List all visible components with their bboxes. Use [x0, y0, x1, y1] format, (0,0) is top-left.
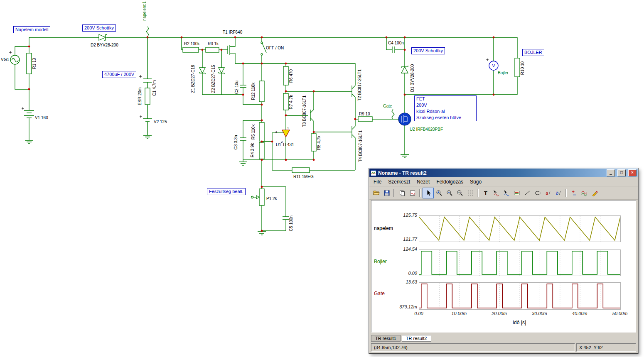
esr-resistor[interactable]: [145, 88, 150, 105]
menu-szerkeszt[interactable]: Szerkeszt: [385, 178, 413, 186]
grid-dots-icon: [467, 190, 474, 196]
cursor-a-button[interactable]: [491, 188, 501, 198]
r11-resistor[interactable]: [292, 168, 310, 173]
z2-zener[interactable]: [219, 68, 224, 74]
zoom-100-button[interactable]: 100: [455, 188, 465, 198]
line-tool-icon: [524, 190, 531, 196]
xtick-3: 30.00m: [532, 311, 547, 316]
axis-scale-button[interactable]: [568, 188, 579, 198]
label-t2: T2 BC817-25LT1: [357, 69, 362, 101]
ellipse-tool-button[interactable]: [532, 188, 543, 198]
marker-a-icon: a: [545, 190, 551, 196]
window-title: Noname - TR result2: [378, 170, 604, 176]
title-bar[interactable]: Noname - TR result2 _ □ ×: [369, 169, 638, 177]
menu-sugo[interactable]: Súgó: [467, 178, 485, 186]
zoom-in-button[interactable]: [434, 188, 444, 198]
r2-resistor[interactable]: [183, 47, 199, 52]
tab-tr-result1[interactable]: TR result1: [371, 335, 401, 342]
save-button[interactable]: [381, 188, 392, 198]
annotation-napelem-modell[interactable]: Napelem modell: [13, 26, 50, 33]
d1-diode[interactable]: [401, 66, 408, 73]
label-c5: C5 100n: [289, 215, 293, 231]
vg1-source[interactable]: [9, 51, 20, 64]
r10-resistor[interactable]: [515, 58, 520, 77]
r1-resistor[interactable]: [27, 53, 32, 74]
xtick-4: 40.00m: [572, 311, 587, 316]
c4-capacitor[interactable]: [392, 46, 395, 53]
annotation-cap-bank[interactable]: 4700uF / 200V: [102, 71, 136, 78]
chart-area[interactable]: napelem Bojler Gate 125.75 121.77 124.54…: [371, 200, 636, 333]
tab-tr-result2[interactable]: TR result2: [402, 335, 431, 342]
u1-tl431[interactable]: [282, 130, 290, 137]
r12-resistor[interactable]: [259, 81, 264, 102]
label-c3: C3 3.3n: [234, 135, 238, 149]
zoom-out-button[interactable]: [444, 188, 455, 198]
bojler-plot[interactable]: [419, 249, 621, 276]
c5-capacitor[interactable]: [283, 217, 289, 220]
result-window[interactable]: Noname - TR result2 _ □ × File Szerkeszt…: [369, 168, 638, 354]
maximize-button[interactable]: □: [617, 169, 626, 176]
napelem-plot[interactable]: [419, 215, 621, 242]
z1-zener[interactable]: [199, 68, 205, 74]
label-r8: R8 4.7k: [317, 135, 321, 150]
result-tabs: TR result1 TR result2: [371, 334, 431, 342]
c3-capacitor[interactable]: [240, 138, 246, 140]
menu-nezet[interactable]: Nézet: [413, 178, 433, 186]
svg-text:100: 100: [457, 191, 461, 193]
r6-resistor[interactable]: [283, 66, 288, 85]
line-tool-button[interactable]: [522, 188, 532, 198]
save-floppy-icon: [383, 190, 390, 196]
marker-a-button[interactable]: a: [543, 188, 553, 198]
t1-mosfet[interactable]: [228, 45, 230, 55]
cursor-b-button[interactable]: [501, 188, 511, 198]
r9-resistor[interactable]: [358, 117, 372, 122]
v2-battery[interactable]: [140, 115, 152, 122]
r5-resistor[interactable]: [259, 122, 264, 141]
annotation-schottky-right[interactable]: 200V Schottky: [411, 47, 445, 54]
annotation-bojler[interactable]: BOJLER: [522, 49, 544, 56]
annotation-fet-note[interactable]: FET 200V kicsi Rdson-al Szükség esetén h…: [414, 95, 477, 121]
v1-battery[interactable]: [22, 107, 34, 118]
gate-plot[interactable]: [419, 282, 621, 310]
d2-diode[interactable]: [99, 34, 107, 40]
curves-icon: [581, 190, 587, 196]
annotation-schottky-left[interactable]: 200V Schottky: [82, 24, 116, 32]
minimize-button[interactable]: _: [607, 169, 615, 176]
pen-tool-button[interactable]: [589, 188, 600, 198]
curves-button[interactable]: [579, 188, 589, 198]
label-r4: R4 3.9k: [250, 143, 255, 157]
text-tool-button[interactable]: T: [480, 188, 491, 198]
r8-resistor[interactable]: [311, 134, 316, 151]
r3-resistor[interactable]: [206, 47, 219, 52]
bojler-voltmeter[interactable]: V: [486, 59, 498, 70]
label-r1: R1 10: [32, 58, 37, 69]
ymax-napelem: 125.75: [393, 213, 417, 218]
fet-note-line3: kicsi Rdson-al: [416, 108, 474, 115]
open-button[interactable]: [371, 188, 381, 198]
u2-mosfet[interactable]: [398, 113, 411, 125]
net-label-gate: Gate: [383, 104, 392, 108]
c1-capacitor[interactable]: [139, 75, 152, 82]
menu-feldolgozas[interactable]: Feldolgozás: [433, 178, 467, 186]
label-r12: R12 110k: [251, 82, 256, 100]
ellipse-tool-icon: [534, 190, 541, 196]
r4-resistor[interactable]: [259, 142, 264, 159]
label-r10: R10 10: [520, 61, 525, 75]
legend-button[interactable]: [511, 188, 522, 198]
annotation-feszultseg[interactable]: Feszültség beáll.: [207, 188, 246, 195]
copy-chart-button[interactable]: [407, 188, 418, 198]
close-button[interactable]: ×: [628, 169, 637, 176]
label-r7: R7 4.7k: [289, 95, 293, 109]
r7-resistor[interactable]: [283, 93, 288, 110]
c2-capacitor[interactable]: [240, 85, 246, 88]
marker-b-button[interactable]: b: [553, 188, 563, 198]
open-folder-icon: [373, 190, 380, 196]
label-c4: C4 100n: [388, 41, 404, 45]
copy-button[interactable]: [397, 188, 407, 198]
menu-file[interactable]: File: [370, 178, 385, 186]
xtick-1: 10.00m: [451, 311, 467, 316]
select-tool-button[interactable]: [423, 188, 434, 198]
label-r5: R5 110k: [251, 124, 256, 140]
p1-potentiometer[interactable]: [251, 189, 265, 205]
grid-toggle-button[interactable]: [465, 188, 475, 198]
